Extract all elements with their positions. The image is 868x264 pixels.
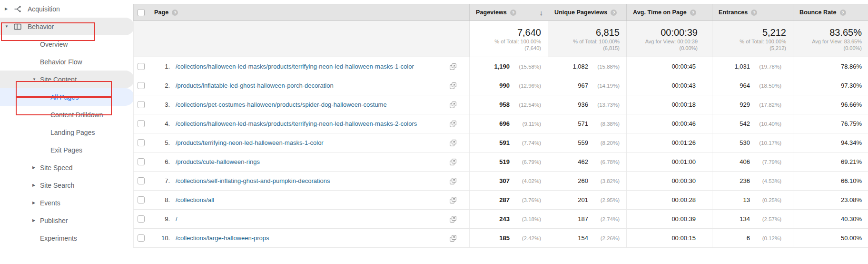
unique-pageviews-cell: 187 (2.74%)	[548, 210, 626, 228]
select-all-checkbox[interactable]	[138, 9, 145, 16]
page-link[interactable]: /	[176, 214, 178, 223]
expand-arrow-icon[interactable]: ▶	[32, 166, 35, 170]
sort-descending-icon[interactable]: ↓	[540, 9, 543, 17]
pageviews-cell: 185 (2.42%)	[469, 229, 548, 247]
help-icon[interactable]: ?	[611, 10, 617, 16]
column-header-bounce-rate[interactable]: Bounce Rate ?	[793, 4, 868, 20]
sidebar-item-overview[interactable]: Overview	[0, 35, 136, 53]
row-checkbox[interactable]	[138, 234, 145, 242]
page-link[interactable]: /collections/halloween-led-masks/product…	[176, 119, 417, 128]
open-in-new-icon[interactable]	[449, 158, 457, 166]
sidebar-item-all-pages[interactable]: All Pages	[0, 88, 134, 106]
row-checkbox[interactable]	[138, 63, 145, 70]
sidebar-item-site-speed[interactable]: ▶ Site Speed	[0, 159, 136, 176]
page-link[interactable]: /collections/halloween-led-masks/product…	[176, 62, 414, 71]
summary-entrances: 5,212 % of Total: 100.00% (5,212)	[712, 21, 793, 57]
sidebar-item-acquisition[interactable]: ▶ Acquisition	[0, 0, 136, 18]
page-link[interactable]: /collections/pet-costumes-halloween/prod…	[176, 100, 387, 109]
pageviews-cell: 990 (12.96%)	[469, 76, 548, 95]
open-in-new-icon[interactable]	[449, 215, 457, 223]
sidebar-item-publisher[interactable]: ▶ Publisher	[0, 212, 136, 229]
page-link[interactable]: /collections/large-halloween-props	[176, 234, 269, 243]
sidebar-item-site-search[interactable]: ▶ Site Search	[0, 176, 136, 194]
page-cell: 3. /collections/pet-costumes-halloween/p…	[148, 95, 469, 114]
select-all-cell	[134, 4, 148, 20]
pageviews-cell: 1,190 (15.58%)	[469, 57, 548, 76]
open-in-new-icon[interactable]	[449, 196, 457, 204]
page-cell: 9. /	[148, 210, 469, 228]
unique-pageviews-percent: (2.95%)	[588, 197, 620, 203]
help-icon[interactable]: ?	[172, 10, 178, 16]
column-header-avg-time-on-page[interactable]: Avg. Time on Page ?	[626, 4, 712, 20]
avg-time-cell: 00:01:26	[626, 133, 712, 152]
table-row: 4. /collections/halloween-led-masks/prod…	[133, 114, 868, 133]
entrances-cell: 134 (2.57%)	[712, 210, 793, 228]
unique-pageviews-cell: 1,082 (15.88%)	[548, 57, 626, 76]
row-checkbox[interactable]	[138, 196, 145, 203]
page-link[interactable]: /products/inflatable-led-ghost-halloween…	[176, 81, 334, 90]
column-header-page[interactable]: Page ?	[148, 4, 469, 20]
row-checkbox[interactable]	[138, 139, 145, 146]
row-checkbox[interactable]	[138, 82, 145, 89]
pageviews-percent: (6.79%)	[510, 159, 541, 165]
column-header-unique-pageviews[interactable]: Unique Pageviews ?	[548, 4, 626, 20]
column-header-entrances[interactable]: Entrances ?	[712, 4, 793, 20]
summary-subtext: % of Total: 100.00%	[494, 38, 541, 45]
expand-arrow-icon[interactable]: ▶	[32, 183, 35, 187]
row-checkbox[interactable]	[138, 101, 145, 108]
page-cell: 1. /collections/halloween-led-masks/prod…	[148, 57, 469, 76]
expand-arrow-icon[interactable]: ▶	[32, 201, 35, 205]
pageviews-percent: (2.42%)	[510, 235, 541, 241]
pageviews-value: 591	[499, 139, 510, 146]
open-in-new-icon[interactable]	[449, 82, 457, 90]
page-link[interactable]: /products/cute-halloween-rings	[176, 157, 260, 166]
help-icon[interactable]: ?	[510, 10, 516, 16]
page-link[interactable]: /collections/all	[176, 195, 214, 204]
sidebar-item-label: Events	[40, 199, 60, 207]
entrances-cell: 13 (0.25%)	[712, 191, 793, 209]
sidebar-item-label: Site Content	[40, 76, 77, 83]
sidebar-item-landing-pages[interactable]: Landing Pages	[0, 123, 136, 141]
row-checkbox[interactable]	[138, 120, 145, 127]
unique-pageviews-percent: (2.74%)	[588, 216, 620, 222]
summary-subtext: (5,212)	[769, 45, 786, 51]
open-in-new-icon[interactable]	[449, 63, 457, 71]
help-icon[interactable]: ?	[751, 10, 757, 16]
sidebar-item-content-drilldown[interactable]: Content Drilldown	[0, 106, 136, 123]
pageviews-value: 243	[499, 215, 510, 223]
unique-pageviews-value: 559	[578, 139, 588, 146]
entrances-value: 236	[740, 177, 750, 184]
expand-arrow-icon[interactable]: ▼	[32, 78, 36, 81]
row-checkbox[interactable]	[138, 158, 145, 165]
open-in-new-icon[interactable]	[449, 120, 457, 128]
sidebar-item-behavior-flow[interactable]: Behavior Flow	[0, 53, 136, 71]
row-checkbox[interactable]	[138, 177, 145, 184]
open-in-new-icon[interactable]	[449, 177, 457, 185]
sidebar-item-exit-pages[interactable]: Exit Pages	[0, 141, 136, 159]
entrances-percent: (0.12%)	[750, 235, 781, 241]
entrances-value: 6	[747, 234, 750, 242]
help-icon[interactable]: ?	[840, 10, 846, 16]
expand-arrow-icon[interactable]: ▼	[5, 25, 9, 29]
open-in-new-icon[interactable]	[449, 234, 457, 242]
open-in-new-icon[interactable]	[449, 101, 457, 109]
column-header-pageviews[interactable]: Pageviews ? ↓	[469, 4, 548, 20]
row-number: 1.	[151, 63, 170, 70]
sidebar-item-experiments[interactable]: Experiments	[0, 229, 136, 247]
entrances-cell: 236 (4.53%)	[712, 172, 793, 190]
sidebar-item-behavior[interactable]: ▼ Behavior	[0, 18, 134, 35]
bounce-rate-cell: 78.86%	[793, 57, 868, 76]
page-link[interactable]: /collections/self-inflating-ghost-and-pu…	[176, 176, 330, 185]
avg-time-value: 00:00:46	[671, 120, 696, 127]
unique-pageviews-percent: (8.38%)	[588, 121, 620, 127]
help-icon[interactable]: ?	[690, 10, 696, 16]
expand-arrow-icon[interactable]: ▶	[5, 7, 8, 11]
sidebar-item-events[interactable]: ▶ Events	[0, 194, 136, 212]
page-link[interactable]: /products/terrifying-neon-led-halloween-…	[176, 138, 324, 147]
open-in-new-icon[interactable]	[449, 139, 457, 147]
row-checkbox[interactable]	[138, 215, 145, 223]
unique-pageviews-cell: 559 (8.20%)	[548, 133, 626, 152]
sidebar-item-site-content[interactable]: ▼ Site Content	[0, 71, 134, 88]
unique-pageviews-value: 967	[578, 82, 588, 89]
expand-arrow-icon[interactable]: ▶	[32, 219, 35, 223]
